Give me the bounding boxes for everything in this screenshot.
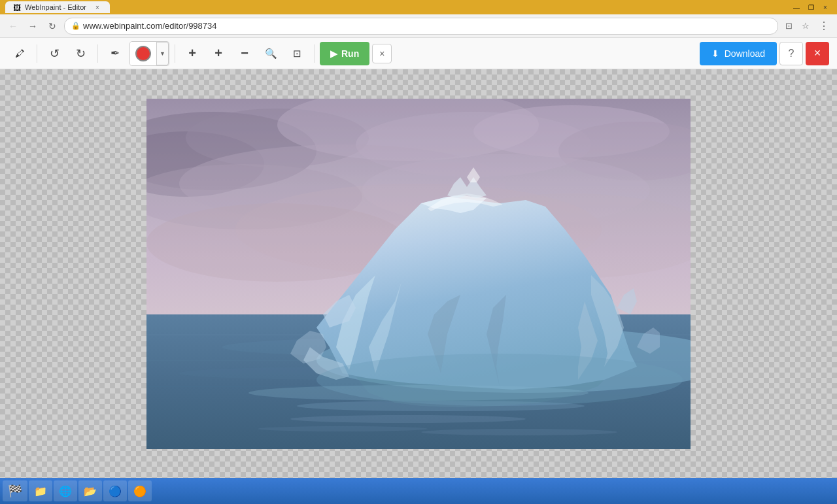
run-play-icon: ▶ — [330, 48, 337, 59]
taskbar-browser[interactable]: 🌐 — [54, 480, 77, 501]
taskbar-app2[interactable]: 🟠 — [128, 480, 152, 501]
color-dropdown-button[interactable]: ▼ — [157, 42, 169, 65]
brush-icon: ✒ — [111, 46, 120, 60]
svg-point-49 — [421, 429, 617, 435]
separator-2 — [97, 44, 98, 63]
zoom-minus-icon: − — [241, 46, 248, 61]
back-button[interactable]: ← — [5, 18, 21, 34]
browser-icon: 🌐 — [59, 485, 72, 497]
tab-favicon: 🖼 — [13, 3, 21, 11]
refresh-button[interactable]: ↻ — [44, 18, 60, 34]
zoom-minus-button[interactable]: − — [233, 42, 256, 65]
exit-icon: × — [814, 46, 821, 60]
run-label: Run — [341, 48, 359, 59]
zoom-in-button[interactable]: + — [207, 42, 230, 65]
folder-icon: 📂 — [84, 485, 97, 497]
svg-point-50 — [258, 426, 428, 431]
forward-button[interactable]: → — [25, 18, 41, 34]
undo-button[interactable]: ↺ — [43, 42, 66, 65]
redo-button[interactable]: ↻ — [69, 42, 92, 65]
search-button[interactable]: 🔍 — [259, 42, 282, 65]
taskbar-files[interactable]: 📁 — [29, 480, 52, 501]
redo-icon: ↻ — [76, 46, 86, 61]
taskbar-app[interactable]: 🔵 — [103, 480, 127, 501]
svg-point-46 — [248, 385, 589, 401]
help-button[interactable]: ? — [779, 42, 803, 65]
app2-icon: 🟠 — [133, 485, 146, 497]
chrome-addressbar: ← → ↻ 🔒 www.webinpaint.com/editor/998734… — [0, 14, 837, 38]
bookmark-icon[interactable]: ☆ — [799, 20, 812, 33]
eraser-icon: 🖍 — [15, 48, 25, 59]
separator-4 — [314, 44, 315, 63]
download-label: Download — [725, 48, 765, 59]
zoom-in-icon: + — [214, 46, 222, 61]
window-close-button[interactable]: × — [819, 3, 832, 12]
image-canvas — [146, 99, 691, 449]
run-button[interactable]: ▶ Run — [320, 42, 369, 65]
start-icon: 🏁 — [8, 484, 22, 498]
close-icon: × — [379, 48, 384, 59]
canvas-area[interactable] — [0, 69, 837, 478]
iceberg-image — [146, 99, 691, 449]
separator-3 — [175, 44, 175, 63]
editor-toolbar: 🖍 ↺ ↻ ✒ ▼ + + − 🔍 ⊡ ▶ Run — [0, 38, 837, 69]
svg-point-47 — [297, 401, 585, 411]
url-text: www.webinpaint.com/editor/998734 — [83, 21, 771, 31]
download-icon: ⬇ — [711, 48, 719, 59]
color-swatch-container[interactable] — [130, 42, 157, 65]
exit-button[interactable]: × — [806, 42, 829, 65]
lock-icon: 🔒 — [71, 22, 80, 30]
fit-button[interactable]: ⊡ — [285, 42, 309, 65]
fit-icon: ⊡ — [293, 48, 301, 59]
app-icon: 🔵 — [109, 485, 122, 497]
svg-rect-21 — [146, 412, 691, 413]
tab-close-button[interactable]: × — [93, 3, 102, 12]
taskbar: 🏁 📁 🌐 📂 🔵 🟠 — [0, 478, 837, 504]
svg-point-48 — [290, 415, 526, 423]
maximize-button[interactable]: ❐ — [804, 3, 817, 12]
files-icon: 📁 — [34, 485, 47, 497]
color-picker-group: ▼ — [129, 41, 169, 66]
zoom-out-icon: + — [188, 46, 196, 61]
undo-icon: ↺ — [50, 46, 60, 61]
taskbar-start[interactable]: 🏁 — [3, 480, 27, 501]
chrome-menu-button[interactable]: ⋮ — [816, 18, 832, 34]
browser-tab[interactable]: 🖼 WebInpaint - Editor × — [5, 1, 110, 13]
minimize-button[interactable]: — — [790, 3, 803, 12]
brush-tool[interactable]: ✒ — [103, 42, 127, 65]
separator-1 — [37, 44, 37, 63]
taskbar-folder[interactable]: 📂 — [78, 480, 102, 501]
color-swatch[interactable] — [135, 46, 151, 61]
cast-icon[interactable]: ⊡ — [782, 20, 795, 33]
help-icon: ? — [789, 48, 794, 59]
window-controls: — ❐ × — [790, 3, 832, 12]
chrome-titlebar: 🖼 WebInpaint - Editor × — ❐ × — [0, 0, 837, 14]
zoom-out-button[interactable]: + — [180, 42, 204, 65]
tab-title: WebInpaint - Editor — [25, 3, 89, 11]
search-icon: 🔍 — [265, 48, 277, 59]
download-button[interactable]: ⬇ Download — [700, 42, 777, 65]
eraser-tool[interactable]: 🖍 — [8, 42, 31, 65]
address-bar[interactable]: 🔒 www.webinpaint.com/editor/998734 — [64, 18, 778, 35]
close-tool-button[interactable]: × — [372, 44, 392, 63]
